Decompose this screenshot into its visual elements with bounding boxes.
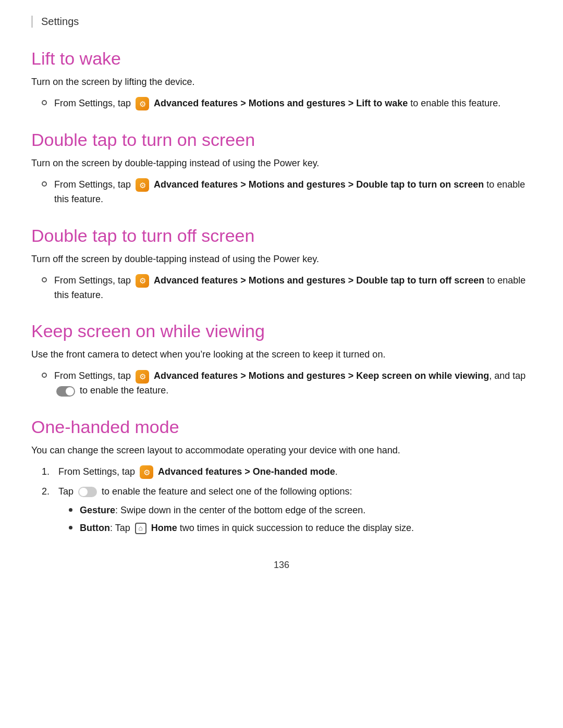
bullet-circle-icon <box>42 373 47 378</box>
bullet-list-keep-screen-on: From Settings, tap Advanced features > M… <box>31 369 532 398</box>
bullet-text: From Settings, tap Advanced features > M… <box>54 274 532 303</box>
list-item: From Settings, tap Advanced features > M… <box>42 96 532 111</box>
toggle-icon-off <box>78 487 97 497</box>
list-item: Button: Tap Home two times in quick succ… <box>69 521 414 536</box>
section-desc-keep-screen-on: Use the front camera to detect when you’… <box>31 348 532 362</box>
toggle-knob <box>79 488 88 496</box>
settings-icon <box>136 178 149 192</box>
bullet-list-lift-to-wake: From Settings, tap Advanced features > M… <box>31 96 532 111</box>
section-desc-one-handed-mode: You can change the screen layout to acco… <box>31 443 532 458</box>
bullet-text: From Settings, tap Advanced features > M… <box>54 96 500 111</box>
numbered-list-one-handed: 1. From Settings, tap Advanced features … <box>31 465 532 539</box>
page-header: Settings <box>31 16 532 28</box>
home-icon <box>135 523 146 534</box>
list-item: 2. Tap to enable the feature and select … <box>42 485 532 539</box>
section-title-lift-to-wake: Lift to wake <box>31 48 532 69</box>
bullet-list-double-tap-off: From Settings, tap Advanced features > M… <box>31 274 532 303</box>
sub-bullet-text: Button: Tap Home two times in quick succ… <box>80 521 414 536</box>
sub-bullet-text: Gesture: Swipe down in the center of the… <box>80 503 365 518</box>
section-double-tap-on: Double tap to turn on screen Turn on the… <box>31 130 532 207</box>
bullet-circle-icon <box>42 181 47 187</box>
settings-icon <box>136 97 149 110</box>
header-label: Settings <box>41 16 79 27</box>
list-item: 1. From Settings, tap Advanced features … <box>42 465 532 479</box>
list-item: From Settings, tap Advanced features > M… <box>42 178 532 207</box>
sub-bullet-list: Gesture: Swipe down in the center of the… <box>58 503 414 536</box>
settings-icon <box>140 465 153 479</box>
list-item: Gesture: Swipe down in the center of the… <box>69 503 414 518</box>
dot-bullet-icon <box>69 508 72 512</box>
section-keep-screen-on: Keep screen on while viewing Use the fro… <box>31 321 532 398</box>
num-label: 2. <box>42 485 58 499</box>
section-title-double-tap-on: Double tap to turn on screen <box>31 130 532 150</box>
section-lift-to-wake: Lift to wake Turn on the screen by lifti… <box>31 48 532 111</box>
section-desc-double-tap-off: Turn off the screen by double-tapping in… <box>31 252 532 266</box>
settings-icon <box>136 370 149 384</box>
bullet-circle-icon <box>42 277 47 282</box>
toggle-knob <box>66 387 74 396</box>
bullet-text: From Settings, tap Advanced features > M… <box>54 369 532 398</box>
section-title-double-tap-off: Double tap to turn off screen <box>31 226 532 246</box>
section-title-keep-screen-on: Keep screen on while viewing <box>31 321 532 341</box>
numbered-text: From Settings, tap Advanced features > O… <box>58 465 338 479</box>
section-one-handed-mode: One-handed mode You can change the scree… <box>31 417 532 539</box>
list-item: From Settings, tap Advanced features > M… <box>42 274 532 303</box>
section-title-one-handed-mode: One-handed mode <box>31 417 532 437</box>
section-desc-lift-to-wake: Turn on the screen by lifting the device… <box>31 75 532 89</box>
section-desc-double-tap-on: Turn on the screen by double-tapping ins… <box>31 156 532 170</box>
bullet-text: From Settings, tap Advanced features > M… <box>54 178 532 207</box>
bullet-list-double-tap-on: From Settings, tap Advanced features > M… <box>31 178 532 207</box>
page-number: 136 <box>31 560 532 571</box>
settings-icon <box>136 274 149 288</box>
numbered-text: Tap to enable the feature and select one… <box>58 485 414 539</box>
num-label: 1. <box>42 465 58 479</box>
dot-bullet-icon <box>69 526 72 529</box>
toggle-icon <box>56 386 75 397</box>
bullet-circle-icon <box>42 100 47 105</box>
section-double-tap-off: Double tap to turn off screen Turn off t… <box>31 226 532 303</box>
list-item: From Settings, tap Advanced features > M… <box>42 369 532 398</box>
